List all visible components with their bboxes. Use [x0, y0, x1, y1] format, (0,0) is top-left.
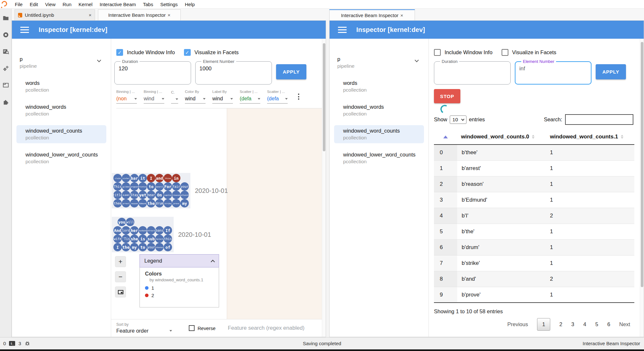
column-header-0[interactable]: windowed_word_counts.0	[457, 134, 550, 140]
word-bubble[interactable]: hear	[147, 191, 155, 199]
apply-button[interactable]: APPLY	[276, 64, 306, 79]
word-bubble[interactable]: And	[113, 226, 122, 235]
word-bubble[interactable]: lord	[122, 226, 130, 235]
word-bubble[interactable]: arrest	[122, 199, 130, 207]
word-bubble[interactable]: interested	[155, 235, 164, 243]
word-bubble[interactable]: it	[139, 174, 147, 182]
word-bubble[interactable]: bans	[155, 226, 164, 235]
word-bubble[interactable]: and	[155, 174, 164, 182]
facets-dropdown[interactable]: Scatter | ... (defa	[267, 90, 288, 104]
duration-input[interactable]	[438, 65, 506, 72]
more-options-kebab-icon[interactable]	[295, 92, 302, 101]
word-bubble[interactable]: reason	[130, 199, 139, 207]
table-search-input[interactable]	[565, 114, 633, 125]
word-bubble[interactable]: 'Tis	[122, 235, 130, 243]
word-bubble[interactable]: yet	[139, 191, 147, 199]
menu-item[interactable]: Settings	[157, 2, 181, 7]
tab-interactive-beam-inspector-right[interactable]: Interactive Beam Inspector ×	[329, 9, 415, 20]
word-bubble[interactable]: to	[147, 182, 155, 191]
word-bubble[interactable]: This	[113, 182, 122, 191]
facets-dropdown[interactable]: Binning | ... wind	[144, 90, 164, 104]
word-bubble[interactable]: claim	[113, 174, 122, 182]
word-bubble[interactable]: sub	[147, 235, 155, 243]
scrollbar-thumb[interactable]	[641, 42, 643, 287]
page-number-button[interactable]: 4	[583, 321, 586, 327]
zoom-out-button[interactable]: −	[115, 271, 126, 282]
scrollbar[interactable]	[322, 39, 326, 337]
tree-item-pcollection[interactable]: windowed_word_counts pcollection	[334, 125, 424, 143]
index-sort-header[interactable]	[434, 135, 457, 138]
close-icon[interactable]: ×	[168, 12, 170, 18]
page-number-button[interactable]: 1	[537, 318, 550, 331]
word-bubble[interactable]: ALBANY	[122, 191, 130, 199]
word-bubble[interactable]: your	[147, 243, 155, 251]
reverse-checkbox[interactable]	[189, 325, 195, 331]
scrollbar-thumb[interactable]	[323, 43, 325, 151]
word-bubble[interactable]: husband	[139, 226, 147, 235]
facets-dropdown[interactable]: Label By wind	[212, 90, 233, 104]
zoom-in-button[interactable]: +	[115, 256, 126, 267]
word-bubble[interactable]: drum	[155, 199, 164, 207]
word-bubble[interactable]: in	[172, 174, 180, 182]
fit-to-screen-button[interactable]	[115, 286, 126, 297]
word-bubble[interactable]: my	[130, 243, 139, 251]
word-bubble[interactable]: is	[139, 235, 147, 243]
page-number-button[interactable]: 3	[571, 321, 574, 327]
scrollbar[interactable]	[640, 39, 644, 337]
word-bubble[interactable]: If	[164, 226, 172, 235]
visualize-in-facets-checkbox[interactable]: ✓	[184, 49, 191, 56]
word-bubble[interactable]: Stay	[130, 191, 139, 199]
menu-item[interactable]: Help	[181, 2, 198, 7]
page-number-button[interactable]: 6	[607, 321, 610, 327]
tree-item-pcollection[interactable]: windowed_words pcollection	[16, 101, 106, 119]
menu-item[interactable]: Edit	[26, 2, 42, 7]
kernels-count[interactable]: 3	[18, 341, 21, 346]
facets-dropdown[interactable]: Color By wind	[185, 90, 206, 104]
previous-page-button[interactable]: Previous	[507, 321, 528, 327]
word-bubble[interactable]: I	[113, 243, 122, 251]
include-window-info-checkbox[interactable]: ✓	[116, 49, 123, 56]
tree-item-pcollection[interactable]: words pcollection	[334, 77, 424, 95]
tree-item-pipeline[interactable]: p pipeline	[334, 54, 424, 72]
word-bubble[interactable]: thine	[164, 174, 172, 182]
word-bubble[interactable]: my	[180, 199, 189, 207]
inspector-sidebar-icon[interactable]	[2, 48, 9, 55]
word-bubble[interactable]: fair	[172, 182, 180, 191]
word-bubble[interactable]: contracted	[147, 226, 155, 235]
open-tabs-icon[interactable]	[2, 82, 9, 89]
running-kernels-icon[interactable]	[2, 31, 9, 38]
menu-item[interactable]: Interactive Beam	[96, 2, 139, 7]
menu-item[interactable]: Tabs	[139, 2, 157, 7]
word-bubble[interactable]: sister	[122, 174, 130, 182]
word-bubble[interactable]: Edmund	[139, 199, 147, 207]
word-bubble[interactable]: thee	[113, 199, 122, 207]
word-bubble[interactable]: I	[147, 174, 155, 182]
close-icon[interactable]: ×	[400, 13, 403, 18]
hamburger-menu-icon[interactable]	[20, 27, 29, 33]
word-bubble[interactable]: attaint	[180, 191, 189, 199]
tree-item-pcollection[interactable]: windowed_lower_word_counts pcollection	[16, 149, 106, 167]
word-bubble[interactable]: sergeant	[130, 182, 139, 191]
column-header-1[interactable]: windowed_word_counts.1	[550, 134, 623, 140]
word-bubble[interactable]: the	[122, 243, 130, 251]
tree-item-pcollection[interactable]: words pcollection	[16, 77, 106, 95]
property-inspector-gears-icon[interactable]	[2, 65, 9, 72]
tab-untitled-notebook[interactable]: Untitled.ipynb ×	[14, 9, 95, 20]
apply-button[interactable]: APPLY	[596, 64, 626, 79]
tree-item-pcollection[interactable]: windowed_word_counts pcollection	[16, 125, 106, 143]
menu-item[interactable]: Run	[59, 2, 75, 7]
word-bubble[interactable]: strike	[164, 199, 172, 207]
word-bubble[interactable]: will	[126, 218, 134, 226]
tree-item-pipeline[interactable]: p pipeline	[16, 54, 106, 72]
word-bubble[interactable]: this	[164, 235, 172, 243]
duration-input[interactable]	[119, 65, 187, 72]
menu-item[interactable]: Kernel	[75, 2, 96, 7]
stop-button[interactable]: STOP	[434, 89, 460, 103]
word-bubble[interactable]: Goneril	[155, 182, 164, 191]
menu-item[interactable]: File	[11, 2, 26, 7]
word-bubble[interactable]: wife	[113, 235, 122, 243]
word-bubble[interactable]: she	[130, 235, 139, 243]
word-bubble[interactable]: bar	[130, 174, 139, 182]
feature-search-input[interactable]	[228, 325, 322, 331]
word-bubble[interactable]: On	[155, 191, 164, 199]
